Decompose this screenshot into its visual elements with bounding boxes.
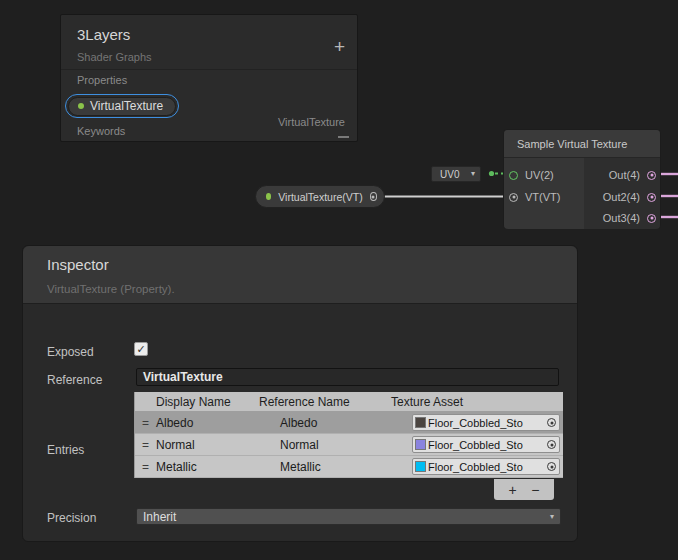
blackboard-subtitle: Shader Graphs	[77, 51, 152, 63]
chevron-down-icon: ▾	[471, 170, 475, 178]
texture-asset-field[interactable]: Floor_Cobbled_Sto	[412, 414, 560, 431]
node-body: UV(2) VT(VT) Out(4) Out2(4) Out3(4)	[504, 158, 660, 229]
uv-channel-dropdown[interactable]: UV0 ▾	[431, 166, 481, 182]
drag-handle-icon[interactable]: =	[135, 416, 156, 430]
reference-value: VirtualTexture	[143, 370, 223, 384]
texture-swatch	[415, 461, 426, 472]
uv-input-label: UV(2)	[525, 169, 554, 181]
inspector-panel: Inspector VirtualTexture (Property). Exp…	[22, 245, 578, 542]
texture-asset-field[interactable]: Floor_Cobbled_Sto	[412, 458, 560, 475]
drag-handle-icon[interactable]: =	[135, 460, 156, 474]
entry-reference-name: Metallic	[280, 460, 413, 474]
object-picker-button[interactable]	[544, 459, 559, 474]
col-header-texture-asset: Texture Asset	[391, 395, 563, 409]
precision-dropdown[interactable]: Inherit ▾	[136, 508, 561, 525]
object-picker-icon	[547, 418, 556, 427]
node-header[interactable]: Sample Virtual Texture	[504, 130, 660, 158]
reference-label: Reference	[47, 373, 102, 387]
entry-row-metallic[interactable]: = Metallic Metallic Floor_Cobbled_Sto	[135, 456, 563, 478]
exposed-label: Exposed	[47, 345, 94, 359]
object-picker-icon	[547, 440, 556, 449]
property-pill-label: VirtualTexture	[90, 99, 163, 113]
col-header-reference-name: Reference Name	[259, 395, 391, 409]
texture-asset-name: Floor_Cobbled_Sto	[428, 417, 544, 429]
reference-input[interactable]: VirtualTexture	[136, 368, 559, 386]
uv-input-port[interactable]	[509, 171, 518, 180]
entries-table: Display Name Reference Name Texture Asse…	[134, 392, 563, 478]
entries-list-footer: + −	[494, 479, 554, 500]
texture-swatch	[415, 439, 426, 450]
entries-table-header: Display Name Reference Name Texture Asse…	[135, 392, 563, 412]
out2-port[interactable]	[647, 193, 656, 202]
port-row-vt: VT(VT)	[509, 191, 560, 203]
add-property-button[interactable]: +	[334, 37, 345, 56]
out1-port[interactable]	[647, 171, 656, 180]
entry-display-name: Normal	[156, 438, 280, 452]
object-picker-button[interactable]	[544, 415, 559, 430]
property-node-label: VirtualTexture(VT)	[278, 191, 362, 203]
chevron-down-icon: ▾	[550, 513, 554, 521]
property-node-output-port[interactable]	[370, 192, 377, 201]
precision-value: Inherit	[143, 510, 176, 524]
blackboard-title: 3Layers	[77, 26, 130, 43]
port-row-out1: Out(4)	[609, 169, 656, 181]
texture-asset-name: Floor_Cobbled_Sto	[428, 439, 544, 451]
uv-channel-value: UV0	[440, 169, 459, 180]
port-row-out3: Out3(4)	[603, 212, 656, 224]
entry-row-normal[interactable]: = Normal Normal Floor_Cobbled_Sto	[135, 434, 563, 456]
entry-display-name: Albedo	[156, 416, 280, 430]
entry-reference-name: Normal	[280, 438, 413, 452]
object-picker-icon	[547, 462, 556, 471]
property-exposed-dot	[266, 193, 271, 200]
entry-reference-name: Albedo	[280, 416, 413, 430]
texture-asset-field[interactable]: Floor_Cobbled_Sto	[412, 436, 560, 453]
drag-handle-icon[interactable]: =	[135, 438, 156, 452]
sample-virtual-texture-node[interactable]: Sample Virtual Texture UV(2) VT(VT) Out(…	[503, 129, 661, 229]
precision-label: Precision	[47, 511, 96, 525]
check-icon: ✓	[136, 343, 145, 356]
property-pill-virtualtexture[interactable]: VirtualTexture	[68, 97, 176, 116]
port-row-out2: Out2(4)	[603, 191, 656, 203]
keywords-section-label: Keywords	[77, 125, 125, 137]
entries-label: Entries	[47, 443, 84, 457]
out2-label: Out2(4)	[603, 191, 640, 203]
texture-swatch	[415, 417, 426, 428]
node-title: Sample Virtual Texture	[517, 138, 627, 150]
shader-graph-editor: 3Layers + Shader Graphs Properties Virtu…	[0, 0, 678, 560]
property-exposed-dot	[78, 103, 84, 109]
out3-port[interactable]	[647, 214, 656, 223]
uv-edge-stub-dot	[489, 171, 494, 176]
out3-label: Out3(4)	[603, 212, 640, 224]
out1-label: Out(4)	[609, 169, 640, 181]
col-header-display-name: Display Name	[135, 395, 259, 409]
remove-entry-button[interactable]: −	[531, 483, 539, 497]
vt-input-label: VT(VT)	[525, 191, 560, 203]
entry-row-albedo[interactable]: = Albedo Albedo Floor_Cobbled_Sto	[135, 412, 563, 434]
property-selection-outline: VirtualTexture	[65, 94, 179, 118]
texture-asset-name: Floor_Cobbled_Sto	[428, 461, 544, 473]
virtualtexture-property-node[interactable]: VirtualTexture(VT)	[255, 185, 385, 208]
vt-input-port[interactable]	[509, 193, 518, 202]
inspector-subtitle: VirtualTexture (Property).	[47, 283, 175, 295]
exposed-checkbox[interactable]: ✓	[134, 342, 148, 356]
entry-display-name: Metallic	[156, 460, 280, 474]
resize-grip[interactable]	[338, 136, 349, 138]
add-entry-button[interactable]: +	[509, 483, 517, 497]
object-picker-button[interactable]	[544, 437, 559, 452]
inspector-header: Inspector VirtualTexture (Property).	[23, 246, 577, 304]
property-type-label: VirtualTexture	[278, 116, 345, 128]
port-row-uv: UV(2)	[509, 169, 554, 181]
blackboard-panel: 3Layers + Shader Graphs Properties Virtu…	[60, 14, 358, 142]
properties-section-label: Properties	[77, 74, 127, 86]
divider	[61, 69, 357, 70]
inspector-title: Inspector	[47, 256, 109, 273]
